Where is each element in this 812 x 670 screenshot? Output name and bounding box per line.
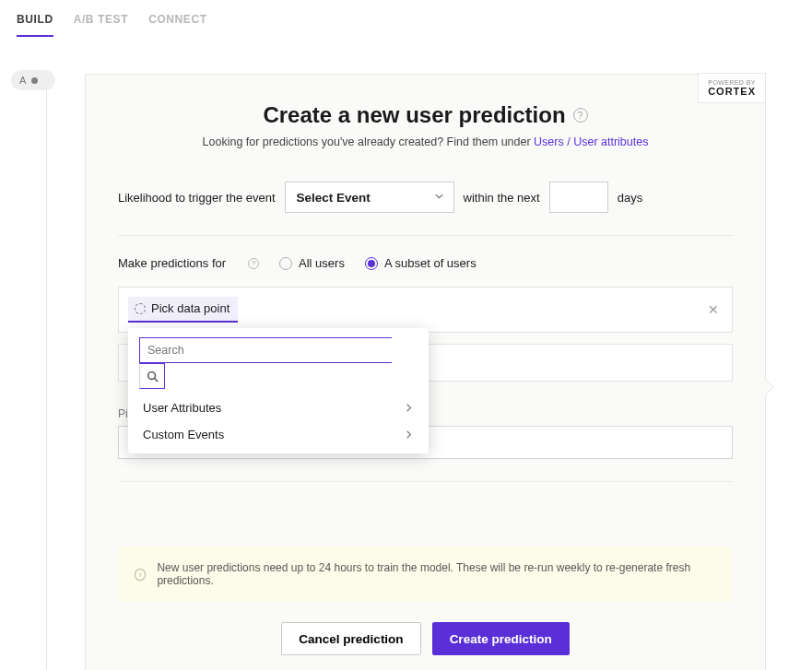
step-pill[interactable]: A <box>11 70 55 90</box>
event-select[interactable]: Select Event <box>285 182 454 213</box>
svg-point-0 <box>147 371 155 379</box>
info-notice: i New user predictions need up to 24 hou… <box>118 547 733 602</box>
page-subtitle: Looking for predictions you've already c… <box>118 135 733 148</box>
radio-all-users[interactable]: All users <box>279 256 345 270</box>
help-icon[interactable]: ? <box>573 108 588 123</box>
chip-label: Pick data point <box>151 301 229 315</box>
event-select-label: Select Event <box>297 191 371 205</box>
dropdown-item-custom-events[interactable]: Custom Events <box>128 421 429 448</box>
radio-subset-users[interactable]: A subset of users <box>365 256 477 270</box>
dropdown-item-user-attributes[interactable]: User Attributes <box>128 394 429 421</box>
event-row-suffix: days <box>618 191 642 205</box>
info-icon: i <box>135 569 146 581</box>
notice-text: New user predictions need up to 24 hours… <box>157 561 716 587</box>
days-input[interactable] <box>549 182 608 213</box>
filter-chip-container: Pick data point ✕ User Attribut <box>118 287 733 333</box>
tab-build[interactable]: BUILD <box>17 13 53 37</box>
cancel-button[interactable]: Cancel prediction <box>281 622 420 655</box>
page-title: Create a new user prediction ? <box>263 102 587 128</box>
card-arrow-icon <box>765 378 774 396</box>
help-icon[interactable]: ? <box>248 258 259 269</box>
dropdown-item-label: Custom Events <box>143 428 224 441</box>
dashed-circle-icon <box>135 303 146 314</box>
event-row-mid: within the next <box>464 191 540 205</box>
radio-subset-users-label: A subset of users <box>384 256 477 270</box>
radio-indicator-icon <box>279 257 292 270</box>
step-pill-dot-icon <box>31 77 38 84</box>
flow-rail <box>46 74 47 670</box>
chevron-down-icon <box>434 191 444 205</box>
subtitle-link[interactable]: Users / User attributes <box>534 135 648 148</box>
predict-for-label: Make predictions for <box>118 256 226 270</box>
search-icon <box>147 370 159 382</box>
chevron-right-icon <box>404 403 414 413</box>
close-icon[interactable]: ✕ <box>704 302 723 317</box>
event-row-prefix: Likelihood to trigger the event <box>118 191 276 205</box>
subtitle-prefix: Looking for predictions you've already c… <box>203 135 535 148</box>
chevron-right-icon <box>404 429 414 440</box>
page-title-text: Create a new user prediction <box>263 102 565 128</box>
predict-for-row: Make predictions for ? All users A subse… <box>118 256 733 270</box>
step-pill-label: A <box>19 75 26 86</box>
tab-abtest[interactable]: A/B TEST <box>74 13 128 37</box>
builder-stage: A POWERED BY CORTEX Create a new user pr… <box>0 37 812 670</box>
prediction-card: POWERED BY CORTEX Create a new user pred… <box>85 74 766 670</box>
radio-all-users-label: All users <box>299 256 345 270</box>
top-tabs: BUILD A/B TEST CONNECT <box>0 0 812 37</box>
data-point-dropdown: User Attributes Custom Events <box>128 328 429 453</box>
search-button[interactable] <box>139 363 165 389</box>
dropdown-search-input[interactable] <box>139 337 392 363</box>
powered-by-badge: POWERED BY CORTEX <box>698 73 766 103</box>
action-row: Cancel prediction Create prediction <box>118 622 733 655</box>
create-button[interactable]: Create prediction <box>432 622 570 655</box>
dropdown-item-label: User Attributes <box>143 401 221 415</box>
event-row: Likelihood to trigger the event Select E… <box>118 182 733 213</box>
pick-data-point-chip[interactable]: Pick data point <box>128 297 238 323</box>
tab-connect[interactable]: CONNECT <box>148 13 207 37</box>
dropdown-search <box>139 337 418 389</box>
badge-line1: POWERED BY <box>708 79 756 86</box>
badge-line2: CORTEX <box>708 86 756 97</box>
svg-line-1 <box>154 378 158 382</box>
radio-indicator-icon <box>365 257 378 270</box>
